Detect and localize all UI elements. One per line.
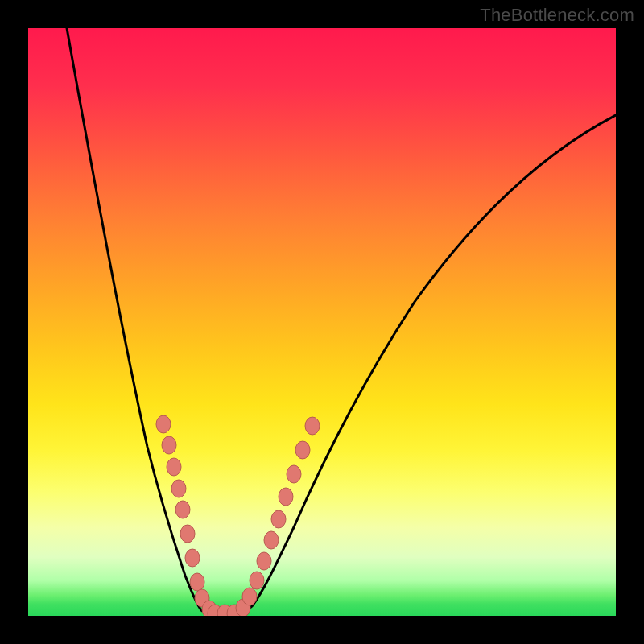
data-marker	[295, 441, 310, 459]
data-marker	[242, 588, 257, 605]
data-marker	[175, 501, 190, 518]
attribution-text: TheBottleneck.com	[480, 5, 634, 26]
chart-svg	[28, 28, 616, 616]
marker-group	[156, 415, 320, 616]
data-marker	[250, 572, 264, 589]
data-marker	[185, 549, 200, 567]
data-marker	[305, 417, 320, 435]
curve-right-curve	[231, 115, 616, 614]
data-marker	[287, 465, 301, 483]
data-marker	[167, 458, 181, 476]
data-marker	[190, 573, 204, 591]
curve-left-curve	[67, 28, 218, 614]
data-marker	[279, 488, 293, 506]
data-marker	[162, 436, 176, 454]
chart-area	[28, 28, 616, 616]
data-marker	[180, 525, 195, 543]
data-marker	[271, 510, 286, 528]
data-marker	[257, 552, 271, 570]
data-marker	[156, 415, 171, 433]
data-marker	[171, 480, 186, 497]
data-marker	[264, 531, 279, 549]
curve-group	[67, 28, 616, 614]
